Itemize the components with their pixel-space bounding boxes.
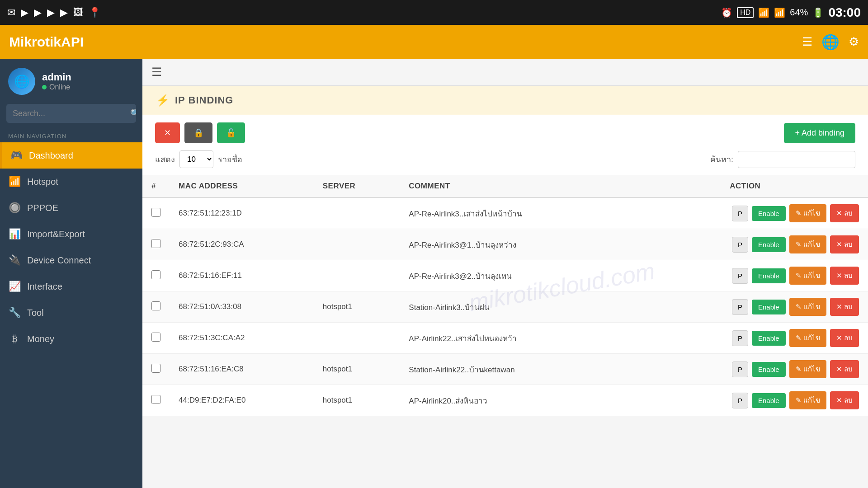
mac-address-cell: 68:72:51:2C:93:CA — [170, 229, 314, 260]
comment-cell: AP-Airlink22..เสาส่งไปหนองหว้า — [400, 323, 622, 354]
delete-button[interactable]: ✕ ลบ — [830, 298, 859, 316]
server-cell — [314, 197, 400, 229]
add-binding-button[interactable]: + Add binding — [784, 123, 855, 143]
youtube-icon-1: ▶ — [21, 7, 28, 19]
mac-address-cell: 68:72:51:3C:CA:A2 — [170, 323, 314, 354]
row-check-cell — [142, 197, 170, 229]
money-icon: ₿ — [8, 333, 21, 345]
edit-button[interactable]: ✎ แก้ไข — [789, 329, 826, 347]
per-page-select[interactable]: 10 25 50 100 — [179, 150, 213, 168]
delete-button[interactable]: ✕ ลบ — [830, 391, 859, 409]
edit-button[interactable]: ✎ แก้ไข — [789, 204, 826, 222]
table-row: 68:72:51:16:EF:11 AP-Re-Airlink3@2..บ้าน… — [142, 260, 868, 291]
row-checkbox[interactable] — [151, 364, 160, 373]
row-checkbox[interactable] — [151, 270, 160, 279]
search-button[interactable]: 🔍 — [124, 104, 136, 123]
delete-button[interactable]: ✕ ลบ — [830, 360, 859, 378]
unlock-button[interactable]: 🔓 — [217, 122, 245, 143]
delete-button[interactable]: ✕ ลบ — [830, 204, 859, 222]
server-cell: hotspot1 — [314, 385, 400, 416]
edit-button[interactable]: ✎ แก้ไข — [789, 298, 826, 316]
nav-item-tool[interactable]: 🔧 Tool — [0, 300, 142, 326]
menu-toggle-icon[interactable]: ☰ — [802, 35, 812, 49]
comment-cell: AP-Re-Airlink3..เสาส่งไปหน้าบ้าน — [400, 197, 622, 229]
delete-selected-button[interactable]: ✕ — [155, 122, 180, 143]
location-icon: 📍 — [89, 7, 101, 19]
row-check-cell — [142, 291, 170, 323]
ip-binding-table: # MAC ADDRESS SERVER COMMENT ACTION 63:7… — [142, 175, 868, 416]
nav-item-hotspot[interactable]: 📶 Hotspot — [0, 169, 142, 195]
enable-button[interactable]: Enable — [752, 300, 786, 314]
search-input[interactable] — [6, 104, 124, 123]
row-check-cell — [142, 229, 170, 260]
filter-unit-label: รายชื่อ — [218, 153, 242, 166]
nav-item-money[interactable]: ₿ Money — [0, 326, 142, 352]
nav-item-import-export[interactable]: 📊 Import&Export — [0, 221, 142, 247]
nav-label-money: Money — [27, 334, 54, 344]
row-checkbox[interactable] — [151, 239, 160, 248]
wifi-icon: 📶 — [758, 7, 769, 18]
server-cell — [314, 323, 400, 354]
nav-item-interface[interactable]: 📈 Interface — [0, 273, 142, 300]
youtube-icon-3: ▶ — [47, 7, 55, 19]
gear-icon[interactable]: ⚙ — [849, 35, 859, 49]
row-checkbox[interactable] — [151, 395, 160, 404]
delete-button[interactable]: ✕ ลบ — [830, 329, 859, 347]
nav-item-dashboard[interactable]: 🎮 Dashboard — [0, 142, 142, 169]
filter-left: แสดง 10 25 50 100 รายชื่อ — [155, 150, 242, 168]
nav-label-hotspot: Hotspot — [27, 177, 58, 187]
row-checkbox[interactable] — [151, 301, 160, 310]
p-button[interactable]: P — [732, 206, 748, 221]
row-checkbox[interactable] — [151, 208, 160, 217]
comment-cell: Station-Airlink22..บ้านkettawan — [400, 354, 622, 385]
row-checkbox[interactable] — [151, 333, 160, 342]
nav-label-dashboard: Dashboard — [29, 150, 73, 161]
enable-button[interactable]: Enable — [752, 331, 786, 346]
action-cell: P Enable ✎ แก้ไข ✕ ลบ — [623, 291, 868, 323]
server-cell: hotspot1 — [314, 291, 400, 323]
p-button[interactable]: P — [732, 268, 748, 284]
edit-button[interactable]: ✎ แก้ไข — [789, 235, 826, 253]
edit-button[interactable]: ✎ แก้ไข — [789, 267, 826, 285]
row-check-cell — [142, 323, 170, 354]
lock-button[interactable]: 🔒 — [184, 122, 212, 143]
col-comment: COMMENT — [400, 175, 622, 197]
action-cell: P Enable ✎ แก้ไข ✕ ลบ — [623, 229, 868, 260]
nav-label-pppoe: PPPOE — [27, 203, 58, 213]
enable-button[interactable]: Enable — [752, 206, 786, 221]
app-header: MikrotikAPI ☰ 🌐 ⚙ — [0, 25, 868, 59]
edit-button[interactable]: ✎ แก้ไข — [789, 360, 826, 378]
nav-item-device-connect[interactable]: 🔌 Device Connect — [0, 247, 142, 273]
sidebar-user: 🌐 admin Online — [0, 59, 142, 104]
enable-button[interactable]: Enable — [752, 268, 786, 283]
main-content: ☰ mikrotikcloud.com ⚡ IP BINDING ✕ 🔒 🔓 +… — [142, 59, 868, 488]
enable-button[interactable]: Enable — [752, 362, 786, 377]
col-mac: MAC ADDRESS — [170, 175, 314, 197]
p-button[interactable]: P — [732, 299, 748, 315]
p-button[interactable]: P — [732, 330, 748, 346]
edit-button[interactable]: ✎ แก้ไข — [789, 391, 826, 409]
app-title: MikrotikAPI — [9, 34, 84, 50]
enable-button[interactable]: Enable — [752, 237, 786, 252]
nav-label: MAIN NAVIGATION — [0, 129, 142, 142]
table-search-input[interactable] — [738, 151, 855, 168]
hamburger-icon[interactable]: ☰ — [151, 65, 162, 79]
alarm-icon: ⏰ — [721, 7, 732, 18]
username: admin — [42, 71, 71, 83]
table-row: 44:D9:E7:D2:FA:E0 hotspot1 AP-Airlink20.… — [142, 385, 868, 416]
header-icons: ☰ 🌐 ⚙ — [802, 33, 859, 51]
col-server: SERVER — [314, 175, 400, 197]
p-button[interactable]: P — [732, 393, 748, 408]
user-status: Online — [42, 83, 71, 91]
p-button[interactable]: P — [732, 361, 748, 377]
search-label: ค้นหา: — [710, 153, 733, 166]
p-button[interactable]: P — [732, 237, 748, 253]
nav-item-pppoe[interactable]: 🔘 PPPOE — [0, 195, 142, 221]
enable-button[interactable]: Enable — [752, 393, 786, 408]
delete-button[interactable]: ✕ ลบ — [830, 235, 859, 253]
avatar: 🌐 — [8, 68, 35, 95]
nav-label-device-connect: Device Connect — [27, 255, 91, 266]
mac-address-cell: 68:72:51:16:EA:C8 — [170, 354, 314, 385]
delete-button[interactable]: ✕ ลบ — [830, 267, 859, 285]
action-cell: P Enable ✎ แก้ไข ✕ ลบ — [623, 354, 868, 385]
